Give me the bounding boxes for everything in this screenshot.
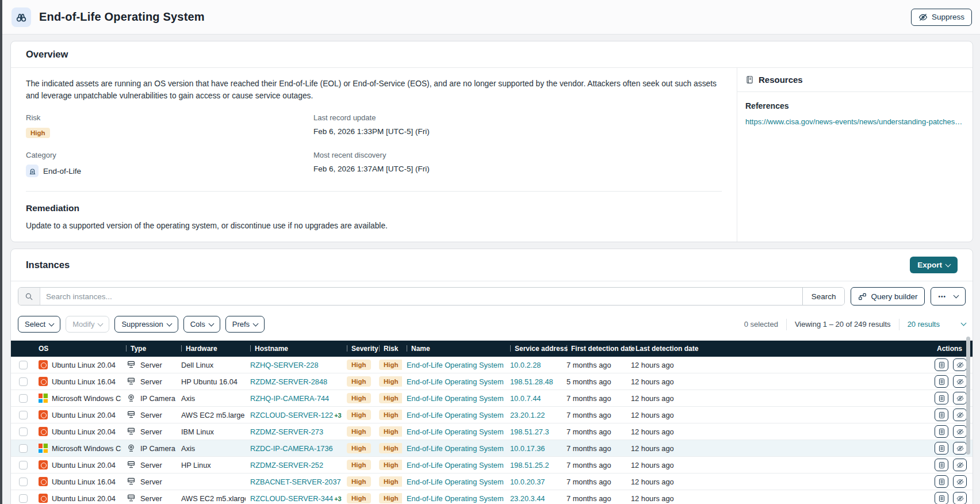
suppress-instance-button[interactable]: [953, 459, 967, 471]
hostname-link[interactable]: RZDC-IP-CAMERA-1736: [250, 444, 333, 453]
row-checkbox[interactable]: [19, 461, 28, 469]
table-row[interactable]: Ubuntu Linux 20.04 Server AWS EC2 m5.xla…: [11, 490, 973, 504]
hostname-link[interactable]: RZHQ-IP-CAMERA-744: [250, 394, 329, 403]
name-link[interactable]: End-of-Life Operating System: [407, 427, 504, 436]
suppress-instance-button[interactable]: [953, 425, 967, 438]
service-address-link[interactable]: 23.20.3.44: [510, 494, 545, 503]
hostname-link[interactable]: RZBACNET-SERVER-2037: [250, 478, 341, 486]
table-row[interactable]: Ubuntu Linux 16.04 Server RZBACNET-SERVE…: [11, 474, 973, 490]
service-address-link[interactable]: 198.51.28.48: [510, 377, 553, 386]
name-link[interactable]: End-of-Life Operating System: [407, 494, 504, 503]
name-link[interactable]: End-of-Life Operating System: [407, 361, 504, 369]
table-row[interactable]: Ubuntu Linux 20.04 Server AWS EC2 m5.lar…: [11, 407, 973, 423]
name-link[interactable]: End-of-Life Operating System: [407, 444, 504, 453]
row-checkbox[interactable]: [19, 361, 28, 369]
search-icon: [18, 288, 40, 305]
page-size-chevron-icon[interactable]: [962, 320, 966, 329]
suppress-instance-button[interactable]: [953, 492, 967, 504]
row-checkbox[interactable]: [19, 444, 28, 453]
search-input[interactable]: [40, 288, 802, 305]
column-header-hardware: Hardware: [177, 341, 246, 357]
query-builder-button[interactable]: Query builder: [851, 287, 925, 306]
hardware-label: Dell Linux: [177, 357, 246, 373]
row-checkbox[interactable]: [19, 411, 28, 419]
suppression-dropdown[interactable]: Suppression: [114, 316, 178, 333]
service-address-link[interactable]: 10.0.20.37: [510, 478, 545, 486]
service-address-link[interactable]: 10.0.7.44: [510, 394, 541, 403]
suppress-instance-button[interactable]: [953, 442, 967, 455]
view-details-button[interactable]: [935, 475, 948, 488]
os-icon: [39, 410, 48, 419]
service-address-link[interactable]: 198.51.27.3: [510, 427, 549, 436]
modify-dropdown[interactable]: Modify: [66, 316, 109, 333]
page-size-select[interactable]: 20 results: [908, 320, 940, 329]
row-checkbox[interactable]: [19, 427, 28, 436]
table-row[interactable]: Ubuntu Linux 16.04 Server HP Ubuntu 16.0…: [11, 373, 973, 390]
type-label: Server: [140, 377, 162, 386]
view-details-button[interactable]: [935, 459, 948, 471]
service-address-link[interactable]: 23.20.1.22: [510, 411, 545, 419]
last-detection-value: 12 hours ago: [626, 373, 927, 390]
service-address-link[interactable]: 10.0.2.28: [510, 361, 541, 369]
os-icon: [39, 460, 48, 469]
last-detection-value: 12 hours ago: [626, 440, 927, 457]
column-header-first-detection: First detection date: [562, 341, 626, 357]
view-details-button[interactable]: [935, 392, 948, 404]
first-detection-value: 7 months ago: [562, 407, 626, 423]
service-address-link[interactable]: 198.51.25.2: [510, 461, 549, 469]
search-group: Search: [18, 287, 845, 306]
export-button[interactable]: Export: [910, 257, 958, 273]
prefs-dropdown[interactable]: Prefs: [225, 316, 265, 333]
suppress-instance-button[interactable]: [953, 358, 967, 371]
table-row[interactable]: Ubuntu Linux 20.04 Server Dell Linux RZH…: [11, 357, 973, 373]
suppress-instance-button[interactable]: [953, 392, 967, 404]
hostname-link[interactable]: RZDMZ-SERVER-2848: [250, 377, 327, 386]
view-details-button[interactable]: [935, 375, 948, 388]
category-label: Category: [26, 151, 313, 159]
row-checkbox[interactable]: [19, 377, 28, 386]
most-recent-discovery-field: Most recent discovery Feb 6, 2026 1:37AM…: [313, 151, 722, 177]
table-row[interactable]: Ubuntu Linux 20.04 Server HP Linux RZDMZ…: [11, 457, 973, 474]
hardware-label: Axis: [177, 390, 246, 407]
select-dropdown[interactable]: Select: [18, 316, 60, 333]
name-link[interactable]: End-of-Life Operating System: [407, 377, 504, 386]
view-details-button[interactable]: [935, 425, 948, 438]
instances-title: Instances: [26, 259, 70, 270]
row-checkbox[interactable]: [19, 394, 28, 403]
view-details-button[interactable]: [935, 358, 948, 371]
first-detection-value: 7 months ago: [562, 457, 626, 474]
table-row[interactable]: Ubuntu Linux 20.04 Server IBM Linux RZDM…: [11, 423, 973, 440]
suppress-instance-button[interactable]: [953, 475, 967, 488]
suppress-instance-button[interactable]: [953, 408, 967, 421]
row-checkbox[interactable]: [19, 478, 28, 486]
hostname-link[interactable]: RZDMZ-SERVER-252: [250, 461, 323, 469]
risk-badge: High: [379, 393, 402, 403]
hostname-link[interactable]: RZCLOUD-SERVER-344: [250, 494, 333, 503]
row-checkbox[interactable]: [19, 494, 28, 503]
hostname-link[interactable]: RZDMZ-SERVER-273: [250, 427, 323, 436]
hostname-link[interactable]: RZCLOUD-SERVER-122: [250, 411, 333, 419]
hostname-link[interactable]: RZHQ-SERVER-228: [250, 361, 319, 369]
name-link[interactable]: End-of-Life Operating System: [407, 411, 504, 419]
name-link[interactable]: End-of-Life Operating System: [407, 461, 504, 469]
suppress-instance-button[interactable]: [953, 375, 967, 388]
table-row[interactable]: Microsoft Windows CE IP Camera Axis RZHQ…: [11, 390, 973, 407]
cols-dropdown[interactable]: Cols: [183, 316, 220, 333]
table-row[interactable]: Microsoft Windows CE IP Camera Axis RZDC…: [11, 440, 973, 457]
last-detection-value: 12 hours ago: [626, 474, 927, 490]
os-icon: [39, 427, 48, 436]
vertical-scrollbar[interactable]: [966, 337, 970, 455]
most-recent-discovery-label: Most recent discovery: [313, 151, 722, 159]
os-label: Microsoft Windows CE: [52, 394, 121, 403]
name-link[interactable]: End-of-Life Operating System: [407, 394, 504, 403]
search-button[interactable]: Search: [802, 288, 845, 305]
remediation-title: Remediation: [26, 192, 722, 213]
reference-link[interactable]: https://www.cisa.gov/news-events/news/un…: [745, 117, 964, 126]
suppress-button[interactable]: Suppress: [911, 9, 972, 26]
view-details-button[interactable]: [935, 442, 948, 455]
view-details-button[interactable]: [935, 492, 948, 504]
more-options-button[interactable]: •••: [931, 287, 966, 306]
name-link[interactable]: End-of-Life Operating System: [407, 478, 504, 486]
view-details-button[interactable]: [935, 408, 948, 421]
service-address-link[interactable]: 10.0.17.36: [510, 444, 545, 453]
